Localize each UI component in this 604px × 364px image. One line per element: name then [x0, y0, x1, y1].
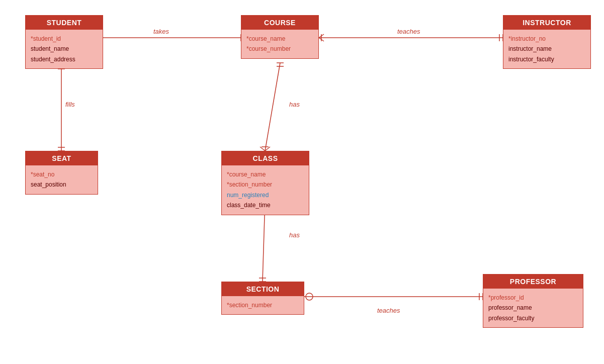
course-field-name: *course_name — [246, 34, 313, 44]
entity-instructor-body: *instructor_no instructor_name instructo… — [503, 30, 590, 68]
entity-seat: SEAT *seat_no seat_position — [25, 151, 98, 195]
course-field-number: *course_number — [246, 44, 313, 54]
svg-point-30 — [306, 293, 313, 300]
instructor-field-no: *instructor_no — [508, 34, 585, 44]
rel-teaches-instructor: teaches — [397, 28, 420, 35]
svg-line-7 — [319, 34, 324, 38]
class-field-date-time: class_date_time — [227, 200, 304, 210]
entity-section-header: SECTION — [222, 282, 304, 296]
entity-student: STUDENT *student_id student_name student… — [25, 15, 103, 69]
entity-professor-header: PROFESSOR — [483, 275, 583, 289]
professor-field-id: *professor_id — [488, 293, 578, 303]
seat-field-position: seat_position — [31, 179, 93, 190]
instructor-field-name: instructor_name — [508, 44, 585, 54]
rel-has-class: has — [289, 101, 300, 108]
entity-course-body: *course_name *course_number — [241, 30, 318, 58]
entity-student-body: *student_id student_name student_address — [26, 30, 103, 68]
student-field-address: student_address — [31, 54, 98, 64]
professor-field-name: professor_name — [488, 303, 578, 313]
entity-professor: PROFESSOR *professor_id professor_name p… — [483, 274, 583, 328]
class-field-num-registered: num_registered — [227, 190, 304, 200]
seat-field-no: *seat_no — [31, 169, 93, 179]
entity-seat-body: *seat_no seat_position — [26, 165, 98, 194]
professor-field-faculty: professor_faculty — [488, 313, 578, 323]
rel-takes: takes — [153, 28, 169, 35]
entity-seat-header: SEAT — [26, 151, 98, 165]
svg-line-8 — [319, 38, 324, 41]
rel-has-section: has — [289, 231, 300, 239]
entity-class-body: *course_name *section_number num_registe… — [222, 165, 309, 215]
entity-course-header: COURSE — [241, 16, 318, 30]
entity-course: COURSE *course_name *course_number — [241, 15, 319, 59]
entity-section: SECTION *section_number — [221, 282, 304, 315]
entity-professor-body: *professor_id professor_name professor_f… — [483, 289, 583, 327]
section-field-number: *section_number — [227, 300, 299, 310]
svg-line-17 — [265, 63, 280, 151]
svg-line-21 — [265, 147, 270, 151]
instructor-field-faculty: instructor_faculty — [508, 54, 585, 64]
diagram-container: takes teaches fills has has teaches STUD… — [0, 0, 604, 364]
entity-class-header: CLASS — [222, 151, 309, 165]
class-field-course-name: *course_name — [227, 169, 304, 179]
rel-fills: fills — [65, 101, 75, 108]
entity-student-header: STUDENT — [26, 16, 103, 30]
entity-section-body: *section_number — [222, 296, 304, 314]
rel-teaches-professor: teaches — [377, 307, 400, 314]
student-field-name: student_name — [31, 44, 98, 54]
entity-instructor: INSTRUCTOR *instructor_no instructor_nam… — [503, 15, 591, 69]
entity-class: CLASS *course_name *section_number num_r… — [221, 151, 309, 215]
entity-instructor-header: INSTRUCTOR — [503, 16, 590, 30]
svg-line-20 — [260, 147, 265, 151]
class-field-section-number: *section_number — [227, 179, 304, 190]
student-field-id: *student_id — [31, 34, 98, 44]
